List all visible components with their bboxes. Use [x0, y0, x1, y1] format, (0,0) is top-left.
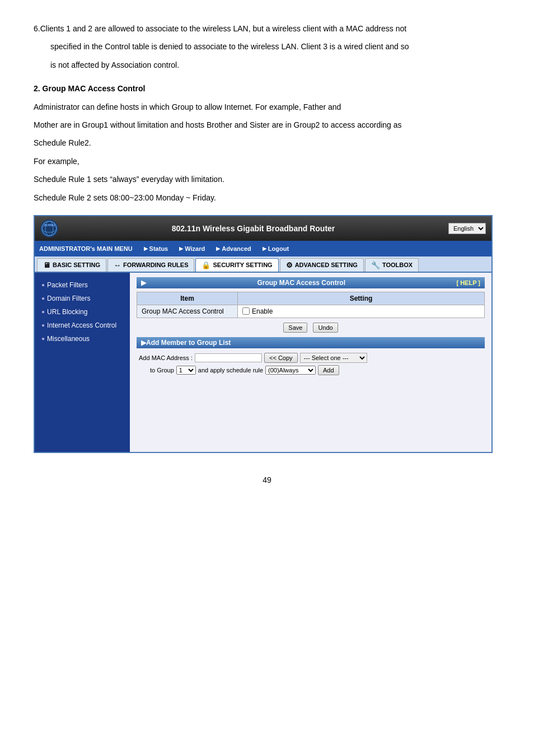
add-member-header: ▶ Add Member to Group List — [137, 337, 485, 348]
arrow-icon4: ▶ — [263, 246, 266, 251]
sidebar-label-url: URL Blocking — [47, 308, 87, 316]
nav-status[interactable]: ▶ Status — [144, 245, 168, 252]
enable-label: Enable — [252, 307, 273, 315]
schedule-select[interactable]: (00)Always — [265, 366, 316, 375]
router-content: ▶ Group MAC Access Control [ HELP ] Item… — [130, 273, 491, 452]
basic-icon: 🖥 — [43, 261, 50, 269]
advanced-icon: ⚙ — [286, 261, 293, 269]
para6: Schedule Rule 2 sets 08:00~23:00 Monday … — [34, 193, 216, 202]
para1-text: Clients 1 and 2 are allowed to associate… — [40, 24, 406, 33]
section-triangle: ▶ — [141, 279, 146, 287]
tab-basic[interactable]: 🖥 BASIC SETTING — [37, 258, 106, 272]
sidebar-item-miscellaneous[interactable]: ● Miscellaneous — [35, 332, 130, 346]
router-nav: ADMINISTRATOR's MAIN MENU ▶ Status ▶ Wiz… — [35, 241, 491, 256]
router-tabs: 🖥 BASIC SETTING ↔ FORWARDING RULES 🔒 SEC… — [35, 256, 491, 273]
bullet-icon: ● — [41, 282, 45, 288]
nav-advanced[interactable]: ▶ Advanced — [216, 245, 251, 252]
para1-cont: specified in the Control table is denied… — [50, 42, 409, 51]
arrow-icon3: ▶ — [216, 246, 220, 251]
forwarding-icon: ↔ — [114, 261, 121, 269]
content-section-title: Group MAC Access Control — [257, 279, 345, 287]
add-member-title: Add Member to Group List — [146, 339, 231, 347]
page-footer: 49 — [34, 475, 500, 484]
select-one-dropdown[interactable]: --- Select one --- — [300, 353, 367, 363]
enable-checkbox-cell: Enable — [242, 307, 480, 315]
arrow-icon: ▶ — [144, 246, 148, 251]
para1-cont2: is not affected by Association control. — [50, 60, 179, 69]
add-mac-row: Add MAC Address : << Copy --- Select one… — [137, 352, 485, 364]
arrow-icon2: ▶ — [179, 246, 183, 251]
sidebar-label-misc: Miscellaneous — [47, 335, 90, 343]
intro-text: 6.Clients 1 and 2 are allowed to associa… — [34, 22, 500, 71]
section-heading: 2. Group MAC Access Control — [34, 84, 145, 93]
nav-advanced-label: Advanced — [222, 245, 251, 252]
sidebar-label-internet: Internet Access Control — [47, 321, 116, 329]
planet-logo-icon: PLANET — [40, 220, 58, 237]
nav-admin-label: ADMINISTRATOR's MAIN MENU — [39, 245, 133, 252]
sidebar-label-packet: Packet Filters — [47, 281, 88, 289]
add-button[interactable]: Add — [318, 365, 339, 375]
sidebar-item-internet-access[interactable]: ● Internet Access Control — [35, 319, 130, 332]
router-sidebar: ● Packet Filters ● Domain Filters ● URL … — [35, 273, 130, 452]
copy-button[interactable]: << Copy — [264, 353, 298, 363]
sidebar-item-domain-filters[interactable]: ● Domain Filters — [35, 292, 130, 305]
row-setting: Enable — [238, 305, 485, 318]
mac-address-input[interactable] — [195, 353, 262, 362]
bullet-icon5: ● — [41, 335, 45, 342]
bullet-icon3: ● — [41, 309, 45, 315]
security-icon: 🔒 — [202, 261, 210, 269]
section-block: 2. Group MAC Access Control Administrato… — [34, 82, 500, 204]
tab-toolbox-label: TOOLBOX — [382, 262, 413, 268]
tab-security[interactable]: 🔒 SECURITY SETTING — [195, 258, 278, 272]
col-item: Item — [137, 292, 238, 305]
save-undo-row: Save Undo — [137, 323, 485, 333]
table-row: Group MAC Access Control Enable — [137, 305, 485, 318]
add-member-section: ▶ Add Member to Group List Add MAC Addre… — [137, 337, 485, 376]
tab-advanced-label: ADVANCED SETTING — [295, 262, 358, 268]
tab-basic-label: BASIC SETTING — [53, 262, 100, 268]
bullet-icon4: ● — [41, 322, 45, 328]
toolbox-icon: 🔧 — [371, 261, 380, 269]
tab-forwarding-label: FORWARDING RULES — [123, 262, 189, 268]
para3-cont: Schedule Rule2. — [34, 138, 91, 147]
tab-forwarding[interactable]: ↔ FORWARDING RULES — [107, 258, 195, 272]
para1-prefix: 6. — [34, 24, 40, 33]
para5: Schedule Rule 1 sets “always” everyday w… — [34, 175, 224, 184]
nav-status-label: Status — [149, 245, 168, 252]
row-label: Group MAC Access Control — [137, 305, 238, 318]
para4: For example, — [34, 157, 79, 166]
para2: Administrator can define hosts in which … — [34, 102, 341, 111]
nav-wizard[interactable]: ▶ Wizard — [179, 245, 205, 252]
add-mac-label: Add MAC Address : — [139, 354, 193, 361]
sidebar-item-packet-filters[interactable]: ● Packet Filters — [35, 278, 130, 292]
tab-advanced[interactable]: ⚙ ADVANCED SETTING — [280, 258, 364, 272]
group-mac-table: Item Setting Group MAC Access Control En… — [137, 292, 485, 318]
to-group-label: to Group — [150, 367, 174, 374]
page-number: 49 — [263, 475, 271, 484]
para3: Mother are in Group1 without limitation … — [34, 120, 402, 129]
router-main: ● Packet Filters ● Domain Filters ● URL … — [35, 273, 491, 452]
sidebar-label-domain: Domain Filters — [47, 295, 90, 302]
router-header: PLANET 802.11n Wireless Gigabit Broadban… — [35, 216, 491, 241]
apply-schedule-label: and apply schedule rule — [198, 367, 263, 374]
to-group-row: to Group 1 and apply schedule rule (00)A… — [148, 364, 485, 376]
router-ui: PLANET 802.11n Wireless Gigabit Broadban… — [34, 215, 493, 453]
enable-checkbox[interactable] — [242, 307, 250, 315]
tab-security-label: SECURITY SETTING — [213, 262, 272, 268]
undo-button[interactable]: Undo — [313, 323, 338, 333]
nav-logout-label: Logout — [268, 245, 289, 252]
svg-text:PLANET: PLANET — [44, 223, 55, 227]
language-select[interactable]: English — [448, 223, 486, 234]
nav-logout[interactable]: ▶ Logout — [263, 245, 289, 252]
save-button[interactable]: Save — [283, 323, 307, 333]
nav-wizard-label: Wizard — [185, 245, 205, 252]
group-select[interactable]: 1 — [176, 366, 196, 375]
tab-toolbox[interactable]: 🔧 TOOLBOX — [365, 258, 419, 272]
content-section-header: ▶ Group MAC Access Control [ HELP ] — [137, 277, 485, 288]
add-member-triangle: ▶ — [141, 339, 146, 347]
router-title: 802.11n Wireless Gigabit Broadband Route… — [58, 224, 448, 233]
help-link[interactable]: [ HELP ] — [456, 279, 480, 286]
bullet-icon2: ● — [41, 295, 45, 301]
sidebar-item-url-blocking[interactable]: ● URL Blocking — [35, 305, 130, 319]
col-setting: Setting — [238, 292, 485, 305]
